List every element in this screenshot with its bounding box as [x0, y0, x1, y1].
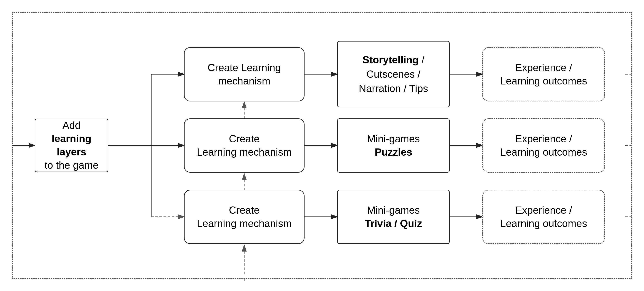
outcome-label-1: Experience /Learning outcomes — [500, 61, 587, 88]
create-label-1: Create Learning mechanism — [191, 61, 298, 88]
create-mechanism-3: CreateLearning mechanism — [184, 190, 304, 244]
create-label-2: CreateLearning mechanism — [197, 132, 292, 159]
middle-puzzles: Mini-gamesPuzzles — [337, 118, 450, 173]
start-node: Add learning layersto the game — [35, 119, 108, 172]
outcome-label-2: Experience /Learning outcomes — [500, 132, 587, 159]
outcome-3: Experience /Learning outcomes — [482, 190, 605, 244]
middle-storytelling: Storytelling /Cutscenes /Narration / Tip… — [337, 41, 450, 107]
middle-trivia: Mini-gamesTrivia / Quiz — [337, 190, 450, 244]
create-mechanism-2: CreateLearning mechanism — [184, 118, 304, 173]
middle-storytelling-label: Storytelling /Cutscenes /Narration / Tip… — [359, 53, 428, 96]
outcome-1: Experience /Learning outcomes — [482, 47, 605, 101]
start-label: Add learning layersto the game — [42, 119, 102, 172]
outcome-label-3: Experience /Learning outcomes — [500, 204, 587, 230]
create-mechanism-1: Create Learning mechanism — [184, 47, 304, 101]
create-label-3: CreateLearning mechanism — [197, 204, 292, 230]
middle-trivia-label: Mini-gamesTrivia / Quiz — [365, 204, 422, 230]
outcome-2: Experience /Learning outcomes — [482, 118, 605, 173]
middle-puzzles-label: Mini-gamesPuzzles — [367, 132, 420, 159]
diagram-container: Add learning layersto the game Create Le… — [0, 0, 644, 291]
